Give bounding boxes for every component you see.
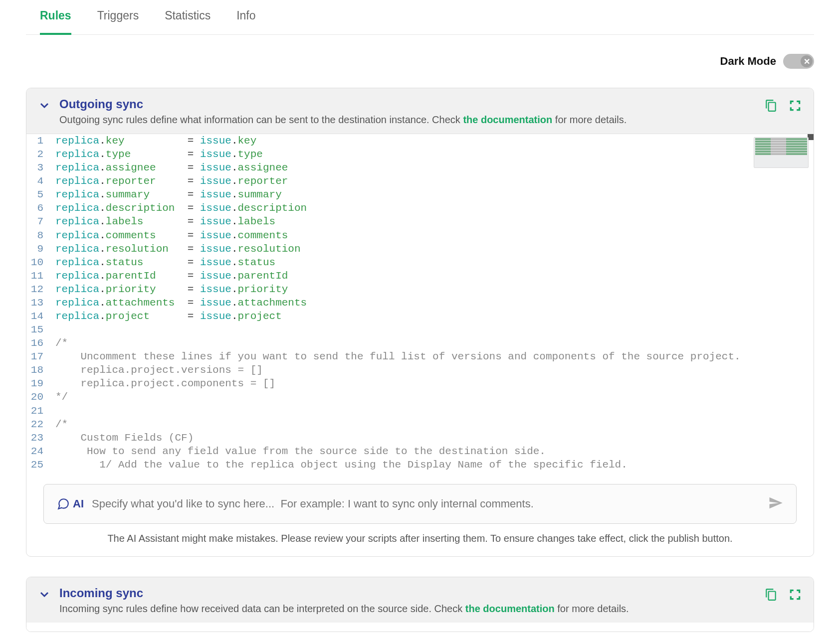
outgoing-sync-description: Outgoing sync rules define what informat… <box>59 114 627 126</box>
send-icon[interactable] <box>768 495 783 512</box>
ai-badge-label: AI <box>73 497 84 510</box>
dark-mode-row: Dark Mode ✕ <box>26 35 814 88</box>
outgoing-sync-panel: Outgoing sync Outgoing sync rules define… <box>26 88 814 557</box>
outgoing-sync-header: Outgoing sync Outgoing sync rules define… <box>26 88 814 134</box>
ai-disclaimer: The AI Assistant might make mistakes. Pl… <box>43 524 797 547</box>
outgoing-sync-title: Outgoing sync <box>59 97 627 111</box>
copy-icon[interactable] <box>765 99 778 114</box>
dark-mode-label: Dark Mode <box>720 55 776 68</box>
incoming-sync-description: Incoming sync rules define how received … <box>59 603 629 615</box>
chevron-down-icon[interactable] <box>38 99 52 113</box>
incoming-panel-actions <box>765 586 802 603</box>
tab-info[interactable]: Info <box>236 0 255 34</box>
close-icon: ✕ <box>801 55 813 67</box>
incoming-doc-link[interactable]: the documentation <box>465 603 555 614</box>
chevron-down-icon[interactable] <box>38 588 52 602</box>
outgoing-doc-link[interactable]: the documentation <box>463 114 552 125</box>
copy-icon[interactable] <box>765 588 778 603</box>
incoming-sync-header: Incoming sync Incoming sync rules define… <box>26 577 814 623</box>
ai-chat-icon: AI <box>57 497 84 510</box>
outgoing-panel-actions <box>765 97 802 114</box>
tab-rules[interactable]: Rules <box>40 0 71 34</box>
incoming-sync-title: Incoming sync <box>59 586 629 600</box>
fullscreen-icon[interactable] <box>789 588 802 603</box>
incoming-code-editor[interactable] <box>26 623 814 632</box>
tab-statistics[interactable]: Statistics <box>165 0 210 34</box>
editor-minimap[interactable] <box>754 137 809 168</box>
incoming-sync-panel: Incoming sync Incoming sync rules define… <box>26 577 814 632</box>
tab-bar: Rules Triggers Statistics Info <box>26 0 814 35</box>
fullscreen-icon[interactable] <box>789 99 802 114</box>
ai-input-row: AI <box>43 484 797 524</box>
outgoing-code-editor[interactable]: 1234567891011121314151617181920212223242… <box>26 134 814 471</box>
code-content[interactable]: replica.key = issue.keyreplica.type = is… <box>55 134 814 471</box>
tab-triggers[interactable]: Triggers <box>97 0 139 34</box>
line-number-gutter: 1234567891011121314151617181920212223242… <box>26 134 55 471</box>
ai-prompt-input[interactable] <box>92 497 760 510</box>
dark-mode-toggle[interactable]: ✕ <box>783 54 814 69</box>
ai-assistant-block: AI The AI Assistant might make mistakes.… <box>26 471 814 556</box>
